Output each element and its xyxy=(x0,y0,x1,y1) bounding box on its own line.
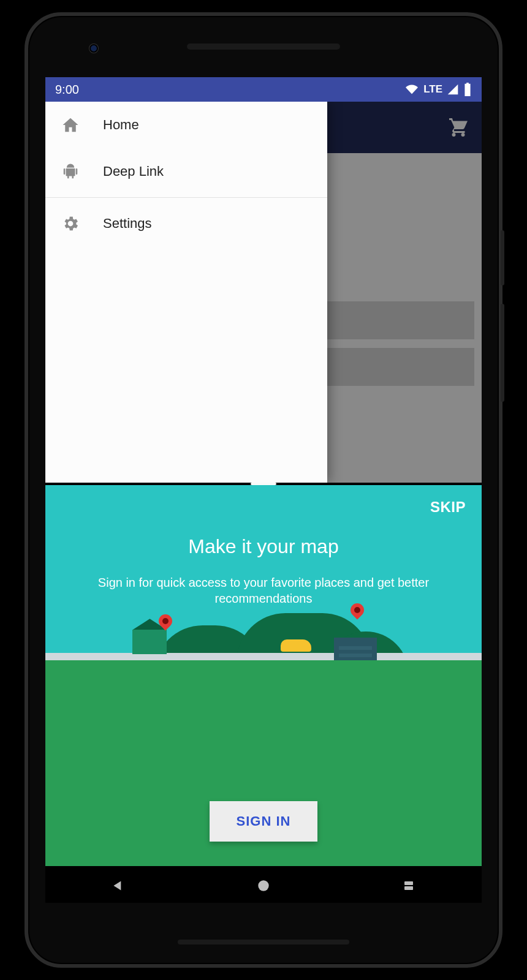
status-bar: 9:00 LTE xyxy=(45,77,482,102)
onboarding-title: Make it your map xyxy=(45,535,482,558)
svg-rect-1 xyxy=(404,881,413,885)
drawer-item-label: Settings xyxy=(103,216,152,232)
home-icon xyxy=(60,115,81,135)
phone-side-button xyxy=(501,304,504,402)
android-navbar xyxy=(45,866,482,903)
network-label: LTE xyxy=(423,83,442,96)
screen: 9:00 LTE ON N xyxy=(45,77,482,903)
android-icon xyxy=(60,161,81,182)
battery-icon xyxy=(463,83,472,96)
svg-rect-2 xyxy=(404,886,413,890)
nav-back-button[interactable] xyxy=(108,876,128,895)
nav-recents-button[interactable] xyxy=(399,876,419,895)
nav-home-button[interactable] xyxy=(254,876,273,895)
status-time: 9:00 xyxy=(55,83,79,97)
svg-point-0 xyxy=(258,880,268,891)
drawer-item-home[interactable]: Home xyxy=(45,102,327,148)
onboarding-ground: SIGN IN xyxy=(45,660,482,866)
drawer-divider xyxy=(45,197,327,198)
cell-signal-icon xyxy=(446,83,460,96)
split-bottom-app: SKIP Make it your map Sign in for quick … xyxy=(45,485,482,866)
skip-button[interactable]: SKIP xyxy=(430,499,466,516)
navigation-drawer: Home Deep Link Settings xyxy=(45,102,327,483)
phone-side-button xyxy=(501,230,504,285)
phone-bezel-top xyxy=(28,16,499,77)
split-top-app: ON N Home Deep Link Settings xyxy=(45,102,482,483)
drawer-item-label: Home xyxy=(103,117,139,133)
front-camera xyxy=(89,44,98,53)
wifi-icon xyxy=(404,83,420,96)
gear-icon xyxy=(60,213,81,234)
drawer-item-label: Deep Link xyxy=(103,164,164,179)
earpiece xyxy=(187,43,340,50)
onboarding-sky: SKIP Make it your map Sign in for quick … xyxy=(45,485,482,660)
phone-bezel-bottom xyxy=(178,940,349,944)
phone-frame: 9:00 LTE ON N xyxy=(25,12,502,968)
status-icons: LTE xyxy=(404,83,472,96)
drawer-item-deeplink[interactable]: Deep Link xyxy=(45,148,327,195)
drawer-item-settings[interactable]: Settings xyxy=(45,200,327,247)
onboarding-subtitle: Sign in for quick access to your favorit… xyxy=(70,575,457,606)
sign-in-button[interactable]: SIGN IN xyxy=(210,801,318,842)
